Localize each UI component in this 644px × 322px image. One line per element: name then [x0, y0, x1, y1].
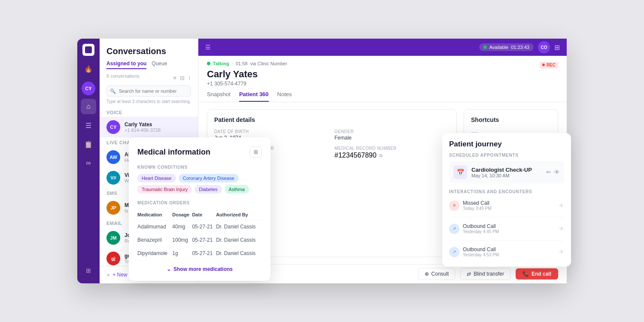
- user-avatar[interactable]: CO: [538, 41, 550, 53]
- rec-badge: REC: [540, 62, 558, 68]
- outbound-call-view-icon-2[interactable]: 👁: [559, 249, 564, 255]
- med-dosage: 100mg: [172, 234, 192, 247]
- nav-list-icon[interactable]: ☰: [81, 118, 96, 133]
- status-time: 01:23:43: [511, 45, 529, 50]
- avatar-carly: CY: [106, 120, 120, 134]
- list-view-icon[interactable]: ≡: [173, 75, 176, 81]
- nav-fire-icon[interactable]: 🔥: [81, 61, 96, 76]
- end-call-button[interactable]: 📞 End call: [516, 268, 558, 279]
- topbar-icon-left[interactable]: ☰: [205, 44, 211, 51]
- med-name: Adalimumad: [137, 220, 172, 234]
- known-conditions-label: KNOWN CONDITIONS: [137, 165, 262, 170]
- call-duration: 01:58: [236, 61, 248, 66]
- interaction-outbound-1: ↗ Outbound Call Yesterday 4:45 PM 👁: [449, 221, 564, 237]
- grid-view-icon[interactable]: ⊟: [180, 75, 185, 81]
- grid-menu-icon[interactable]: ⊞: [554, 43, 560, 52]
- edit-appointment-icon[interactable]: ✏: [546, 169, 551, 176]
- view-appointment-icon[interactable]: 👁: [554, 169, 560, 176]
- end-call-icon: 📞: [522, 271, 529, 277]
- avatar-gordon: gj: [106, 252, 120, 265]
- condition-diabetes[interactable]: Diabetes: [194, 185, 222, 194]
- condition-coronary[interactable]: Coronary Artery Disease: [179, 174, 239, 182]
- med-date: 05-27-21: [192, 247, 216, 260]
- filter-icon[interactable]: ⫶: [188, 75, 191, 81]
- call-status-label: Talking: [213, 61, 229, 66]
- appointments-section-label: SCHEDULED APPOINTMENTS: [449, 153, 564, 158]
- med-authorized: Dr. Daniel Cassis: [216, 247, 262, 260]
- tab-queue[interactable]: Queue: [152, 61, 167, 69]
- med-authorized: Dr. Daniel Cassis: [216, 220, 262, 234]
- condition-brain[interactable]: Traumatic Brain Injury: [137, 185, 192, 194]
- chevron-down-icon: ⌄: [167, 266, 171, 272]
- medical-expand-icon[interactable]: ⊞: [250, 146, 262, 158]
- divider-1: [449, 217, 564, 217]
- tab-notes[interactable]: Notes: [277, 91, 292, 102]
- logo[interactable]: [82, 44, 94, 56]
- med-name: Benazepril: [137, 234, 172, 247]
- calendar-icon: 📅: [453, 165, 467, 179]
- status-badge[interactable]: Available 01:23:43: [479, 43, 534, 51]
- nav-link-icon[interactable]: ∞: [81, 155, 96, 171]
- search-input[interactable]: [106, 85, 191, 97]
- search-box: 🔍: [106, 85, 191, 97]
- nav-clipboard-icon[interactable]: 📋: [81, 137, 96, 152]
- appointment-name: Cardiologist Check-UP: [471, 167, 542, 173]
- consult-icon: ⊕: [425, 271, 429, 277]
- table-row: Benazepril 100mg 05-27-21 Dr. Daniel Cas…: [137, 234, 262, 247]
- outbound-call-info-2: Outbound Call Yesterday 4:53 PM: [463, 246, 556, 257]
- med-dosage: 40mg: [172, 220, 192, 234]
- conv-item-carly[interactable]: CY Carly Yates +1 814-456-3728: [100, 117, 198, 137]
- outbound-call-name-2: Outbound Call: [463, 246, 556, 252]
- new-button-label: + New: [112, 272, 127, 278]
- dob-label: Date of Birth: [214, 129, 329, 134]
- consult-button[interactable]: ⊕ Consult: [418, 268, 456, 280]
- transfer-icon: ⇄: [467, 271, 471, 277]
- tab-snapshot[interactable]: Snapshot: [207, 91, 231, 102]
- med-authorized: Dr. Daniel Cassis: [216, 234, 262, 247]
- copy-icon[interactable]: ⧉: [379, 153, 383, 158]
- outbound-call-view-icon-1[interactable]: 👁: [559, 226, 564, 232]
- search-icon: 🔍: [110, 88, 116, 94]
- table-row: Adalimumad 40mg 05-27-21 Dr. Daniel Cass…: [137, 220, 262, 234]
- conv-info-carly: Carly Yates +1 814-456-3728: [125, 122, 191, 133]
- show-more-label: Show more medications: [173, 266, 233, 272]
- condition-heart[interactable]: Heart Disease: [137, 174, 176, 182]
- tab-assigned[interactable]: Assigned to you: [106, 61, 146, 69]
- consult-label: Consult: [431, 271, 449, 277]
- nav-home-icon[interactable]: ⌂: [81, 99, 96, 114]
- table-row: Dipyridamole 1g 05-27-21 Dr. Daniel Cass…: [137, 247, 262, 260]
- patient-tabs: Snapshot Patient 360 Notes: [207, 91, 558, 102]
- call-indicator: Talking · 01:58 via Clinic Number: [207, 61, 287, 66]
- divider-2: [449, 240, 564, 240]
- mrn-value-row: #1234567890 ⧉: [334, 152, 450, 159]
- medication-label: MEDICATION ORDERS: [137, 200, 262, 205]
- gender-section: Gender Female: [334, 129, 450, 141]
- show-more-button[interactable]: ⌄ Show more medications: [137, 266, 262, 272]
- outbound-call-icon-1: ↗: [449, 224, 459, 234]
- missed-call-icon: ✕: [449, 200, 459, 211]
- status-dot: [483, 46, 487, 49]
- col-dosage: Dosage: [172, 210, 192, 220]
- blind-transfer-button[interactable]: ⇄ Blind transfer: [460, 268, 510, 280]
- section-voice: Voice: [100, 107, 198, 117]
- avatar-mary: JP: [106, 201, 120, 215]
- details-title: Patient details: [214, 116, 450, 123]
- patient-header: Talking · 01:58 via Clinic Number REC Ca…: [198, 56, 567, 102]
- status-label: Available: [489, 45, 508, 50]
- rec-dot: [542, 64, 545, 66]
- journey-overlay: Patient journey SCHEDULED APPOINTMENTS 📅…: [442, 133, 571, 267]
- conversations-header: Conversations Assigned to you Queue 6 co…: [100, 39, 198, 85]
- tab-patient360[interactable]: Patient 360: [239, 91, 269, 102]
- conversations-tabs: Assigned to you Queue: [106, 61, 191, 69]
- missed-call-view-icon[interactable]: 👁: [559, 203, 564, 209]
- outbound-call-name-1: Outbound Call: [463, 223, 556, 229]
- med-name: Dipyridamole: [137, 247, 172, 260]
- col-date: Date: [192, 210, 216, 220]
- mrn-section: Medical Record Number #1234567890 ⧉: [334, 146, 450, 159]
- interactions-section-label: INTERACTIONS AND ENCOUNTERS: [449, 189, 564, 194]
- medication-table: Medication Dosage Date Authorized By Ada…: [137, 210, 262, 260]
- nav-grid-icon[interactable]: ⊞: [81, 263, 96, 278]
- nav-avatar[interactable]: CY: [82, 82, 95, 95]
- condition-asthma[interactable]: Asthma: [225, 185, 249, 194]
- blind-transfer-label: Blind transfer: [474, 271, 504, 277]
